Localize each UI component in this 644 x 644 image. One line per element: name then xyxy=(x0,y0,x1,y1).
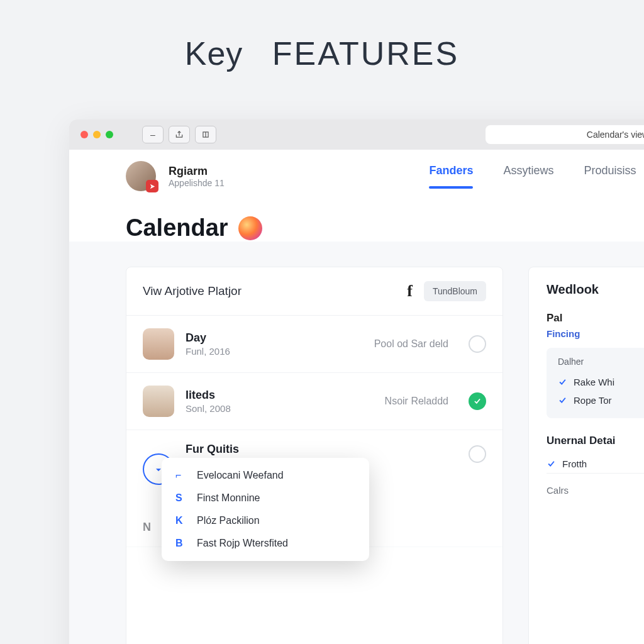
row-avatar xyxy=(143,386,174,417)
dropdown-label: Plóz Packilion xyxy=(197,515,260,526)
main-card-header: Viw Arjotive Platjor f TundBloum xyxy=(126,267,502,316)
chrome-share-button[interactable] xyxy=(169,126,190,143)
dropdown-key: K xyxy=(175,515,187,526)
side-box-title: Dalher xyxy=(558,357,644,367)
side-item-label: Frotth xyxy=(562,458,587,469)
tab-assytiews[interactable]: Assytiews xyxy=(503,164,553,189)
row-info: Nsoir Reladdd xyxy=(385,396,448,407)
side-title: Wedlook xyxy=(547,282,644,297)
side-box: Dalher Rake Whi Rope Tor xyxy=(547,348,644,418)
main-card-chip[interactable]: TundBloum xyxy=(424,281,486,301)
side-check-item[interactable]: Rope Tor xyxy=(558,391,644,409)
firefox-icon xyxy=(238,216,262,240)
nav-tabs: Fanders Assytiews Produisiss Ihen tsir'A… xyxy=(429,164,644,189)
window-chrome: – Calendar's view xyxy=(69,119,644,150)
dropdown-popover: ⌐ Evelocani Weefand S Finst Monnine K Pl… xyxy=(162,458,369,561)
side-section-sub[interactable]: Fincing xyxy=(547,328,644,339)
side-section-heading: Unernal Detai xyxy=(547,435,644,447)
main-card-title: Viw Arjotive Platjor xyxy=(143,284,407,298)
side-section-label: Pal xyxy=(547,312,644,325)
row-checkbox[interactable] xyxy=(469,335,486,353)
side-card: Wedlook Pal Fincing Dalher Rake Whi Rope… xyxy=(528,267,644,644)
zoom-dot[interactable] xyxy=(106,131,113,138)
dropdown-item[interactable]: K Plóz Packilion xyxy=(162,509,369,532)
side-item-label: Rake Whi xyxy=(574,377,614,387)
row-title: Day xyxy=(186,331,363,345)
row-checkbox-checked[interactable] xyxy=(469,392,486,410)
hero-key: Key xyxy=(185,35,243,72)
tab-fanders[interactable]: Fanders xyxy=(429,164,473,189)
tab-produisiss[interactable]: Produisiss xyxy=(584,164,636,189)
main-card: Viw Arjotive Platjor f TundBloum Day Fun… xyxy=(126,267,503,644)
side-check-item[interactable]: Frotth xyxy=(547,455,644,473)
dropdown-label: Finst Monnine xyxy=(197,492,260,504)
address-bar[interactable]: Calendar's view xyxy=(486,125,644,144)
check-icon xyxy=(558,377,567,387)
row-checkbox[interactable] xyxy=(469,445,486,463)
page-title: Calendar xyxy=(126,214,228,242)
chrome-tabs-button[interactable] xyxy=(195,126,216,143)
dropdown-item[interactable]: B Fast Rojp Wtersfited xyxy=(162,532,369,555)
user-block: Rgiarm Appelishde 11 xyxy=(169,165,225,188)
app-topbar: Rgiarm Appelishde 11 Fanders Assytiews P… xyxy=(69,150,644,192)
row-info: Pool od Sar deld xyxy=(374,338,448,350)
user-subtitle: Appelishde 11 xyxy=(169,178,225,188)
user-avatar[interactable] xyxy=(126,161,156,191)
row-title: Fur Quitis xyxy=(186,443,457,456)
check-icon xyxy=(558,396,567,405)
hero-features: FEATURES xyxy=(272,35,460,72)
row-title: Iiteds xyxy=(186,389,374,402)
check-icon xyxy=(547,459,556,469)
side-check-item[interactable]: Rake Whi xyxy=(558,373,644,391)
browser-window: – Calendar's view Rgiarm Appelishde 11 F… xyxy=(69,119,644,644)
dropdown-key: S xyxy=(175,492,187,504)
content-area: Viw Arjotive Platjor f TundBloum Day Fun… xyxy=(69,242,644,644)
list-row[interactable]: Day Funl, 2016 Pool od Sar deld xyxy=(126,316,502,373)
list-row[interactable]: Iiteds Sonl, 2008 Nsoir Reladdd xyxy=(126,373,502,430)
row-subtitle: Funl, 2016 xyxy=(186,346,363,357)
dropdown-label: Fast Rojp Wtersfited xyxy=(197,538,288,549)
hero-title: Key FEATURES xyxy=(0,0,644,101)
user-name: Rgiarm xyxy=(169,165,225,178)
avatar-badge-icon xyxy=(146,180,158,192)
chrome-collapse-button[interactable]: – xyxy=(142,126,164,143)
row-subtitle: Sonl, 2008 xyxy=(186,403,374,414)
page-header: Calendar xyxy=(69,192,644,242)
close-dot[interactable] xyxy=(80,131,88,138)
facebook-icon[interactable]: f xyxy=(407,282,413,301)
list-row[interactable]: Fur Quitis And ⌐ Evelocani Weefand S Fin… xyxy=(126,430,502,508)
minimize-dot[interactable] xyxy=(93,131,101,138)
address-text: Calendar's view xyxy=(587,130,644,140)
dropdown-key: B xyxy=(175,538,187,549)
side-item-label: Rope Tor xyxy=(574,395,612,406)
row-avatar xyxy=(143,328,174,360)
dropdown-label: Evelocani Weefand xyxy=(197,470,284,481)
dropdown-item[interactable]: S Finst Monnine xyxy=(162,487,369,509)
dropdown-key: ⌐ xyxy=(175,470,187,481)
dropdown-item[interactable]: ⌐ Evelocani Weefand xyxy=(162,464,369,487)
side-footer: Calrs xyxy=(547,473,644,496)
